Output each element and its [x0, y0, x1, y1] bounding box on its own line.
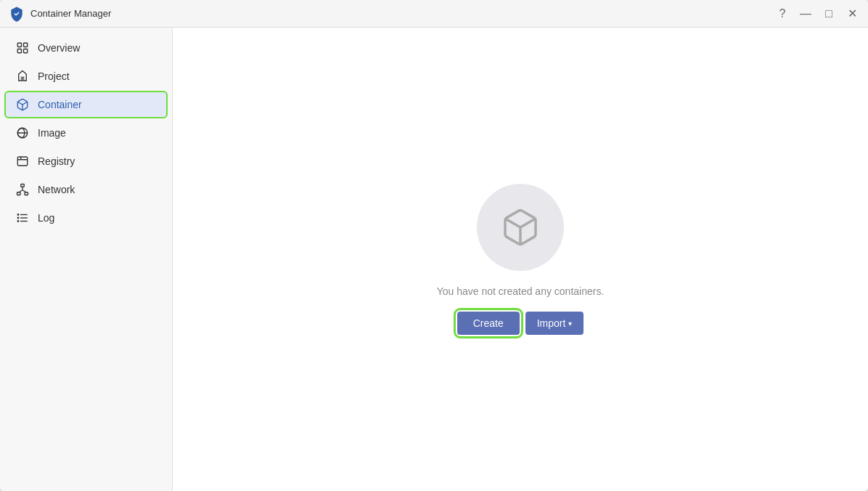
empty-message: You have not created any containers. — [437, 285, 605, 297]
sidebar-label-network: Network — [38, 184, 75, 195]
svg-point-23 — [17, 221, 19, 222]
sidebar-item-project[interactable]: Project — [4, 62, 168, 90]
action-buttons: Create Import ▾ — [457, 312, 584, 335]
sidebar-label-log: Log — [38, 212, 54, 224]
svg-rect-14 — [25, 192, 28, 195]
registry-icon — [16, 155, 29, 168]
sidebar-item-image[interactable]: Image — [4, 119, 168, 147]
chevron-down-icon: ▾ — [568, 320, 572, 328]
sidebar-label-registry: Registry — [38, 155, 75, 167]
svg-rect-3 — [24, 49, 28, 53]
window-controls: ? — □ ✕ — [775, 7, 859, 21]
image-icon — [16, 126, 29, 139]
svg-rect-2 — [17, 49, 21, 53]
network-icon — [16, 183, 29, 196]
app-window: Container Manager ? — □ ✕ Overv — [0, 0, 868, 491]
project-icon — [16, 70, 29, 83]
sidebar-label-image: Image — [38, 127, 66, 139]
sidebar-item-container[interactable]: Container — [4, 91, 168, 118]
svg-line-17 — [22, 190, 26, 192]
import-label: Import — [537, 317, 566, 329]
svg-rect-12 — [21, 184, 25, 187]
empty-state: You have not created any containers. Cre… — [437, 184, 605, 335]
overview-icon — [16, 41, 29, 54]
sidebar-item-log[interactable]: Log — [4, 204, 168, 232]
svg-rect-0 — [17, 43, 21, 46]
empty-box-icon — [500, 207, 541, 248]
minimize-button[interactable]: — — [798, 7, 813, 21]
content-area: You have not created any containers. Cre… — [173, 28, 868, 491]
sidebar-label-overview: Overview — [38, 42, 80, 54]
svg-rect-13 — [17, 192, 21, 195]
app-icon — [9, 6, 25, 22]
close-button[interactable]: ✕ — [845, 7, 859, 21]
import-button[interactable]: Import ▾ — [525, 312, 584, 335]
svg-line-16 — [19, 190, 22, 192]
svg-point-22 — [17, 217, 19, 219]
app-title: Container Manager — [30, 8, 775, 19]
sidebar: Overview Project — [0, 28, 173, 491]
help-button[interactable]: ? — [775, 7, 790, 21]
create-button[interactable]: Create — [457, 312, 520, 335]
maximize-button[interactable]: □ — [822, 7, 836, 21]
log-icon — [16, 211, 29, 224]
sidebar-item-overview[interactable]: Overview — [4, 34, 168, 62]
sidebar-label-project: Project — [38, 70, 70, 82]
main-layout: Overview Project — [0, 28, 868, 491]
container-icon — [16, 98, 29, 111]
empty-icon-container — [477, 184, 564, 271]
sidebar-item-network[interactable]: Network — [4, 176, 168, 203]
sidebar-item-registry[interactable]: Registry — [4, 147, 168, 175]
svg-rect-1 — [24, 43, 28, 46]
svg-point-21 — [17, 214, 19, 216]
sidebar-label-container: Container — [38, 99, 82, 110]
title-bar: Container Manager ? — □ ✕ — [0, 0, 868, 28]
svg-rect-9 — [17, 157, 28, 166]
